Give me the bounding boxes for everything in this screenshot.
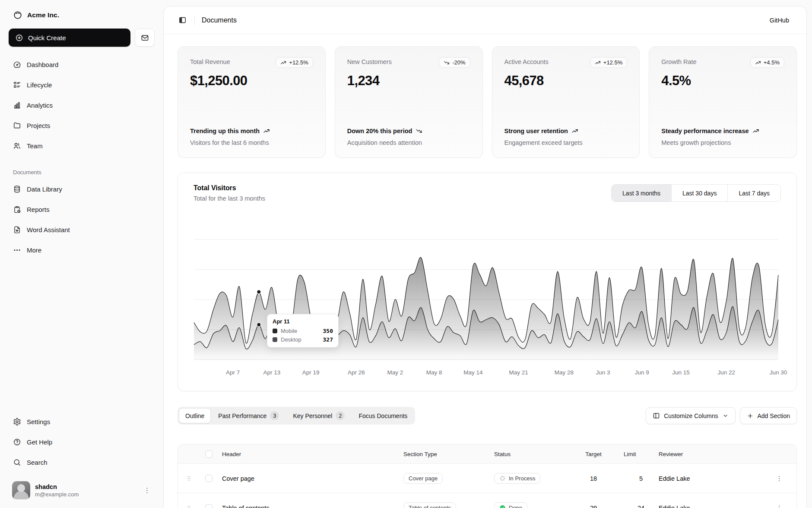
row-menu-button[interactable] <box>774 502 785 508</box>
acme-logo-icon <box>13 10 22 20</box>
sidebar-item-word-assistant[interactable]: Word Assistant <box>9 221 155 238</box>
series-label: Mobile <box>281 328 297 334</box>
main-panel: Documents GitHub Total Revenue+12.5%$1,2… <box>163 6 807 508</box>
nav-label: More <box>27 246 41 254</box>
tooltip-date: Apr 11 <box>273 318 333 325</box>
row-header-cell[interactable]: Table of contents <box>218 505 403 508</box>
stat-label: Growth Rate <box>661 57 696 65</box>
columns-icon <box>653 412 660 419</box>
tooltip-series-row: Desktop327 <box>273 336 333 343</box>
add-section-label: Add Section <box>758 412 790 419</box>
sidebar-item-dashboard[interactable]: Dashboard <box>9 56 155 73</box>
sidebar-toggle-button[interactable] <box>176 13 189 27</box>
panel-left-icon <box>178 16 187 24</box>
target-cell[interactable]: 18 <box>576 475 611 482</box>
quick-create-button[interactable]: Quick Create <box>9 29 130 47</box>
row-checkbox[interactable] <box>205 475 213 482</box>
col-section-type: Section Type <box>403 451 494 457</box>
tab-outline[interactable]: Outline <box>179 408 211 423</box>
stat-card-growth-rate: Growth Rate+4.5%4.5%Steady performance i… <box>649 46 797 158</box>
stat-value: 1,234 <box>347 73 470 89</box>
dots-vertical-icon[interactable] <box>143 486 151 495</box>
limit-cell[interactable]: 24 <box>624 505 658 508</box>
sidebar-item-analytics[interactable]: Analytics <box>9 97 155 113</box>
customize-columns-label: Customize Columns <box>664 412 718 419</box>
sidebar-item-projects[interactable]: Projects <box>9 117 155 134</box>
sidebar-item-data-library[interactable]: Data Library <box>9 181 155 197</box>
chart-tooltip: Apr 11 Mobile350Desktop327 <box>267 314 339 348</box>
nav-label: Get Help <box>27 438 52 446</box>
svg-text:Apr 19: Apr 19 <box>302 369 320 376</box>
brand-header[interactable]: Acme Inc. <box>9 7 155 23</box>
add-section-button[interactable]: Add Section <box>740 407 797 424</box>
customize-columns-button[interactable]: Customize Columns <box>646 407 735 424</box>
tab-focus-documents[interactable]: Focus Documents <box>352 408 414 423</box>
user-menu-row[interactable]: shadcn m@example.com <box>9 479 155 502</box>
help-icon <box>13 438 21 446</box>
svg-text:Jun 9: Jun 9 <box>635 369 649 376</box>
svg-text:May 14: May 14 <box>463 369 483 376</box>
tab-past-performance[interactable]: Past Performance3 <box>212 408 285 423</box>
svg-text:May 8: May 8 <box>426 369 442 376</box>
stat-label: New Customers <box>347 57 392 65</box>
stat-value: 4.5% <box>661 73 784 89</box>
sidebar-item-lifecycle[interactable]: Lifecycle <box>9 77 155 93</box>
table-row: Cover pageCover pageIn Process185Eddie L… <box>178 463 796 493</box>
drag-handle[interactable] <box>184 503 193 508</box>
header-divider <box>194 16 195 25</box>
github-link[interactable]: GitHub <box>770 17 789 24</box>
sidebar-item-reports[interactable]: Reports <box>9 201 155 217</box>
tab-key-personnel[interactable]: Key Personnel2 <box>286 408 351 423</box>
trend-badge: -20% <box>439 57 470 68</box>
stat-cards-row: Total Revenue+12.5%$1,250.00Trending up … <box>178 46 797 158</box>
user-name: shadcn <box>35 483 79 490</box>
stat-subtext: Meets growth projections <box>661 139 784 146</box>
search-icon <box>13 458 21 466</box>
inbox-button[interactable] <box>135 29 155 47</box>
sidebar-item-team[interactable]: Team <box>9 137 155 154</box>
col-status: Status <box>494 451 576 457</box>
select-all-checkbox[interactable] <box>205 450 213 458</box>
range-toggle-group: Last 3 monthsLast 30 daysLast 7 days <box>611 184 781 202</box>
check-circle-icon <box>499 505 506 508</box>
folder-icon <box>13 121 21 130</box>
nav-label: Word Assistant <box>27 226 70 233</box>
col-limit: Limit <box>624 451 658 457</box>
trend-up-icon <box>595 60 601 66</box>
sidebar-item-more[interactable]: More <box>9 242 155 258</box>
range-option-last-30-days[interactable]: Last 30 days <box>671 185 727 201</box>
sidebar-item-search[interactable]: Search <box>9 454 155 470</box>
range-option-last-7-days[interactable]: Last 7 days <box>727 185 780 201</box>
trend-badge: +4.5% <box>750 57 784 68</box>
database-icon <box>13 185 21 193</box>
tabs-toolbar-row: OutlinePast Performance3Key Personnel2Fo… <box>178 407 797 425</box>
row-checkbox[interactable] <box>205 504 213 508</box>
tab-label: Key Personnel <box>293 412 332 419</box>
nav-label: Search <box>27 459 48 466</box>
trend-up-icon <box>263 128 270 134</box>
reviewer-cell[interactable]: Eddie Lake <box>658 475 762 482</box>
dots-icon <box>13 246 21 254</box>
quick-create-label: Quick Create <box>28 34 66 42</box>
sidebar-item-get-help[interactable]: Get Help <box>9 434 155 450</box>
trend-up-icon <box>571 128 578 134</box>
tabs-group: OutlinePast Performance3Key Personnel2Fo… <box>178 407 415 425</box>
row-menu-button[interactable] <box>774 473 785 484</box>
limit-cell[interactable]: 5 <box>624 475 658 482</box>
trend-up-icon <box>755 60 761 66</box>
row-header-cell[interactable]: Cover page <box>218 475 403 482</box>
brand-name: Acme Inc. <box>27 11 59 19</box>
drag-handle[interactable] <box>184 474 193 483</box>
svg-text:Jun 30: Jun 30 <box>770 369 787 376</box>
trend-down-icon <box>444 60 450 66</box>
nav-label: Lifecycle <box>27 81 52 89</box>
nav-label: Reports <box>27 206 50 213</box>
visitors-area-chart[interactable]: Apr 7Apr 13Apr 19Apr 26May 2May 8May 14M… <box>193 213 794 386</box>
sidebar-item-settings[interactable]: Settings <box>9 413 155 430</box>
reviewer-cell[interactable]: Eddie Lake <box>658 505 762 508</box>
range-option-last-3-months[interactable]: Last 3 months <box>612 185 671 201</box>
sidebar-nav-main: DashboardLifecycleAnalyticsProjectsTeam <box>9 56 155 158</box>
tab-label: Outline <box>185 412 204 419</box>
target-cell[interactable]: 29 <box>576 505 611 508</box>
section-label: Documents <box>9 169 155 176</box>
